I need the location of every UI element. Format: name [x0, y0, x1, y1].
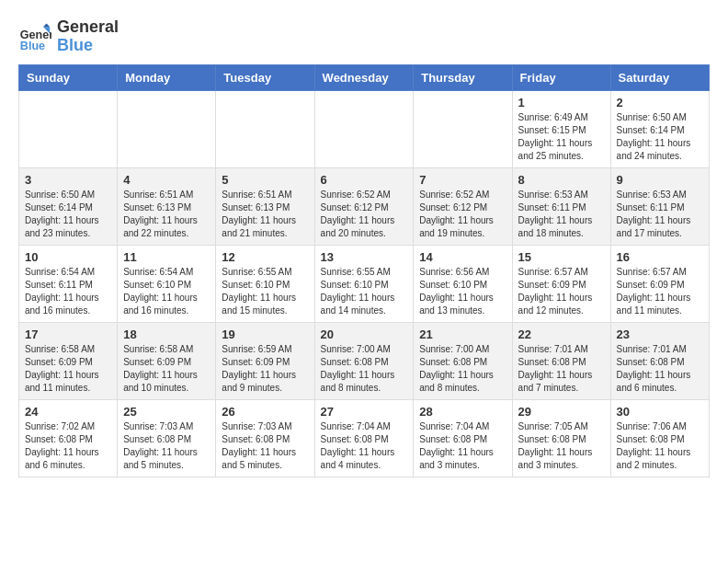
calendar-cell: 17Sunrise: 6:58 AM Sunset: 6:09 PM Dayli… — [19, 322, 118, 399]
day-number: 25 — [123, 405, 210, 419]
cell-info: Sunrise: 6:52 AM Sunset: 6:12 PM Dayligh… — [419, 189, 506, 240]
cell-info: Sunrise: 7:03 AM Sunset: 6:08 PM Dayligh… — [222, 420, 308, 472]
calendar-cell: 13Sunrise: 6:55 AM Sunset: 6:10 PM Dayli… — [314, 245, 414, 322]
cell-info: Sunrise: 7:06 AM Sunset: 6:08 PM Dayligh… — [617, 420, 703, 472]
cell-info: Sunrise: 6:58 AM Sunset: 6:09 PM Dayligh… — [123, 343, 210, 395]
day-number: 11 — [123, 250, 210, 264]
day-number: 27 — [321, 405, 408, 419]
logo-icon: General Blue — [18, 20, 51, 53]
calendar-cell: 28Sunrise: 7:04 AM Sunset: 6:08 PM Dayli… — [414, 399, 512, 477]
cell-info: Sunrise: 6:57 AM Sunset: 6:09 PM Dayligh… — [518, 266, 605, 317]
cell-info: Sunrise: 7:01 AM Sunset: 6:08 PM Dayligh… — [617, 343, 703, 395]
cell-info: Sunrise: 6:54 AM Sunset: 6:10 PM Dayligh… — [123, 266, 210, 317]
day-number: 15 — [518, 250, 605, 264]
day-number: 7 — [419, 173, 506, 187]
cell-info: Sunrise: 6:59 AM Sunset: 6:09 PM Dayligh… — [222, 343, 308, 395]
calendar-cell: 9Sunrise: 6:53 AM Sunset: 6:11 PM Daylig… — [610, 167, 709, 245]
cell-info: Sunrise: 7:05 AM Sunset: 6:08 PM Dayligh… — [518, 420, 605, 472]
week-row-5: 24Sunrise: 7:02 AM Sunset: 6:08 PM Dayli… — [19, 399, 710, 477]
calendar-cell: 5Sunrise: 6:51 AM Sunset: 6:13 PM Daylig… — [216, 167, 314, 245]
calendar-header-row: SundayMondayTuesdayWednesdayThursdayFrid… — [19, 64, 710, 90]
day-number: 17 — [25, 327, 111, 341]
calendar-cell: 29Sunrise: 7:05 AM Sunset: 6:08 PM Dayli… — [512, 399, 610, 477]
cell-info: Sunrise: 6:49 AM Sunset: 6:15 PM Dayligh… — [518, 111, 605, 163]
calendar-cell: 19Sunrise: 6:59 AM Sunset: 6:09 PM Dayli… — [216, 322, 314, 399]
calendar-cell: 27Sunrise: 7:04 AM Sunset: 6:08 PM Dayli… — [314, 399, 414, 477]
day-number: 12 — [222, 250, 308, 264]
cell-info: Sunrise: 6:52 AM Sunset: 6:12 PM Dayligh… — [321, 189, 408, 240]
calendar-cell: 7Sunrise: 6:52 AM Sunset: 6:12 PM Daylig… — [414, 167, 512, 245]
day-header-saturday: Saturday — [610, 64, 709, 90]
cell-info: Sunrise: 7:04 AM Sunset: 6:08 PM Dayligh… — [321, 420, 408, 472]
week-row-2: 3Sunrise: 6:50 AM Sunset: 6:14 PM Daylig… — [19, 167, 710, 245]
cell-info: Sunrise: 6:57 AM Sunset: 6:09 PM Dayligh… — [617, 266, 703, 317]
calendar-cell: 15Sunrise: 6:57 AM Sunset: 6:09 PM Dayli… — [512, 245, 610, 322]
cell-info: Sunrise: 6:54 AM Sunset: 6:11 PM Dayligh… — [25, 266, 111, 317]
cell-info: Sunrise: 7:04 AM Sunset: 6:08 PM Dayligh… — [419, 420, 506, 472]
calendar-body: 1Sunrise: 6:49 AM Sunset: 6:15 PM Daylig… — [19, 90, 710, 477]
cell-info: Sunrise: 6:50 AM Sunset: 6:14 PM Dayligh… — [617, 111, 703, 163]
calendar-cell: 22Sunrise: 7:01 AM Sunset: 6:08 PM Dayli… — [512, 322, 610, 399]
calendar-cell — [314, 90, 414, 167]
day-number: 6 — [321, 173, 408, 187]
calendar-cell — [19, 90, 118, 167]
calendar-cell: 2Sunrise: 6:50 AM Sunset: 6:14 PM Daylig… — [610, 90, 709, 167]
day-number: 1 — [518, 96, 605, 109]
cell-info: Sunrise: 6:53 AM Sunset: 6:11 PM Dayligh… — [617, 189, 703, 240]
day-number: 16 — [617, 250, 703, 264]
calendar-cell: 3Sunrise: 6:50 AM Sunset: 6:14 PM Daylig… — [19, 167, 118, 245]
day-number: 30 — [617, 405, 703, 419]
page-header: General Blue General Blue — [18, 18, 710, 55]
week-row-3: 10Sunrise: 6:54 AM Sunset: 6:11 PM Dayli… — [19, 245, 710, 322]
day-header-wednesday: Wednesday — [314, 64, 414, 90]
day-number: 14 — [419, 250, 506, 264]
calendar-cell: 18Sunrise: 6:58 AM Sunset: 6:09 PM Dayli… — [118, 322, 216, 399]
cell-info: Sunrise: 6:55 AM Sunset: 6:10 PM Dayligh… — [222, 266, 308, 317]
day-number: 22 — [518, 327, 605, 341]
day-number: 8 — [518, 173, 605, 187]
day-header-sunday: Sunday — [19, 64, 118, 90]
svg-marker-3 — [43, 23, 50, 27]
week-row-4: 17Sunrise: 6:58 AM Sunset: 6:09 PM Dayli… — [19, 322, 710, 399]
calendar-cell: 25Sunrise: 7:03 AM Sunset: 6:08 PM Dayli… — [118, 399, 216, 477]
cell-info: Sunrise: 7:00 AM Sunset: 6:08 PM Dayligh… — [321, 343, 408, 395]
calendar-cell — [414, 90, 512, 167]
calendar-cell: 10Sunrise: 6:54 AM Sunset: 6:11 PM Dayli… — [19, 245, 118, 322]
day-number: 2 — [617, 96, 703, 109]
day-number: 24 — [25, 405, 111, 419]
day-header-tuesday: Tuesday — [216, 64, 314, 90]
calendar-cell: 11Sunrise: 6:54 AM Sunset: 6:10 PM Dayli… — [118, 245, 216, 322]
calendar-cell: 24Sunrise: 7:02 AM Sunset: 6:08 PM Dayli… — [19, 399, 118, 477]
calendar-cell: 8Sunrise: 6:53 AM Sunset: 6:11 PM Daylig… — [512, 167, 610, 245]
day-number: 4 — [123, 173, 210, 187]
day-number: 18 — [123, 327, 210, 341]
cell-info: Sunrise: 6:50 AM Sunset: 6:14 PM Dayligh… — [25, 189, 111, 240]
calendar-table: SundayMondayTuesdayWednesdayThursdayFrid… — [18, 64, 710, 477]
calendar-cell — [216, 90, 314, 167]
day-number: 5 — [222, 173, 308, 187]
cell-info: Sunrise: 7:03 AM Sunset: 6:08 PM Dayligh… — [123, 420, 210, 472]
day-number: 10 — [25, 250, 111, 264]
day-number: 19 — [222, 327, 308, 341]
calendar-cell: 26Sunrise: 7:03 AM Sunset: 6:08 PM Dayli… — [216, 399, 314, 477]
cell-info: Sunrise: 6:56 AM Sunset: 6:10 PM Dayligh… — [419, 266, 506, 317]
day-number: 29 — [518, 405, 605, 419]
day-number: 26 — [222, 405, 308, 419]
svg-text:Blue: Blue — [20, 40, 45, 52]
cell-info: Sunrise: 6:51 AM Sunset: 6:13 PM Dayligh… — [123, 189, 210, 240]
day-number: 9 — [617, 173, 703, 187]
calendar-cell: 20Sunrise: 7:00 AM Sunset: 6:08 PM Dayli… — [314, 322, 414, 399]
calendar-cell: 14Sunrise: 6:56 AM Sunset: 6:10 PM Dayli… — [414, 245, 512, 322]
day-number: 20 — [321, 327, 408, 341]
day-number: 23 — [617, 327, 703, 341]
cell-info: Sunrise: 6:58 AM Sunset: 6:09 PM Dayligh… — [25, 343, 111, 395]
day-number: 28 — [419, 405, 506, 419]
calendar-cell: 1Sunrise: 6:49 AM Sunset: 6:15 PM Daylig… — [512, 90, 610, 167]
logo-text: General Blue — [57, 18, 119, 55]
cell-info: Sunrise: 6:51 AM Sunset: 6:13 PM Dayligh… — [222, 189, 308, 240]
day-number: 21 — [419, 327, 506, 341]
cell-info: Sunrise: 6:53 AM Sunset: 6:11 PM Dayligh… — [518, 189, 605, 240]
calendar-cell: 4Sunrise: 6:51 AM Sunset: 6:13 PM Daylig… — [118, 167, 216, 245]
day-header-thursday: Thursday — [414, 64, 512, 90]
logo: General Blue General Blue — [18, 18, 119, 55]
